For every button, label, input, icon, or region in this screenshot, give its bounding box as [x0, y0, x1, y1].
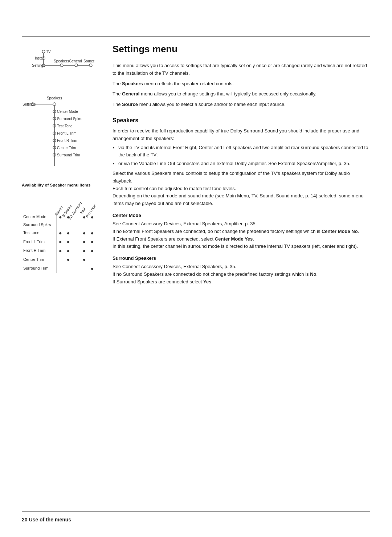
svg-text:Source: Source [83, 59, 94, 63]
dot-cell [56, 221, 64, 229]
dot-cell: ● [64, 229, 72, 237]
speakers-p3: Each trim control can be adjusted to mat… [113, 185, 370, 193]
speakers-body2: Select the various Speakers menu control… [113, 170, 370, 208]
speakers-list: via the TV and its internal Front Right,… [118, 144, 370, 168]
dot-cell [88, 255, 96, 264]
dot-cell [72, 237, 80, 246]
svg-text:TV: TV [46, 50, 51, 54]
svg-text:Settings: Settings [32, 63, 45, 67]
dot-cell: ● [64, 246, 72, 255]
svg-point-9 [60, 64, 63, 67]
left-column: TV Install Settings Speak [22, 44, 105, 273]
dot-cell [72, 255, 80, 264]
list-item: via the TV and its internal Front Right,… [118, 144, 370, 159]
center-mode-title: Center Mode [113, 213, 370, 218]
surround-speakers-title: Surround Speakers [113, 255, 370, 261]
svg-text:Speakers: Speakers [54, 59, 69, 63]
surround-p3: If Surround Speakers are connected selec… [113, 278, 370, 286]
table-row: Center Trim ● ● [22, 255, 96, 264]
dot-cell [80, 221, 88, 229]
page-container: TV Install Settings Speak [0, 0, 392, 537]
top-rule [22, 36, 370, 37]
dot-cell [80, 264, 88, 273]
intro-p1: This menu allows you to access to settin… [113, 62, 370, 77]
dot-cell [64, 264, 72, 273]
dot-cell [72, 246, 80, 255]
center-mode-p3: If External Front Speakers are connected… [113, 235, 370, 243]
svg-text:Center Trim: Center Trim [57, 146, 76, 150]
list-item: or via the Variable Line Out connectors … [118, 160, 370, 168]
column-headers: Stereo 3 Stereo 3D Surround Hall Pro Log… [57, 190, 105, 212]
nav-diagram-bottom: Speakers Settings Center Mode Surround S… [22, 95, 105, 176]
svg-text:Front R Trim: Front R Trim [57, 139, 77, 143]
dot-cell [64, 221, 72, 229]
intro-section: This menu allows you to access to settin… [113, 62, 370, 108]
dot-cell [72, 221, 80, 229]
intro-p4: The Source menu allows you to select a s… [113, 101, 370, 108]
nav-speakers-svg: Speakers Settings Center Mode Surround S… [22, 95, 94, 175]
surround-p1: See Connect Accessory Devices, External … [113, 263, 370, 271]
table-row: Test tone ● ● ● ● [22, 229, 96, 237]
dot-cell: ● [88, 237, 96, 246]
center-mode-p1: See Connect Accessory Devices, External … [113, 220, 370, 228]
dot-cell: ● [56, 229, 64, 237]
row-label: Center Mode [22, 213, 56, 221]
svg-text:Front L Trim: Front L Trim [57, 131, 77, 135]
table-row: Front R Trim ● ● ● ● [22, 246, 96, 255]
col-header-stereo: Stereo [57, 190, 65, 212]
col-header-hall: Hall [81, 190, 89, 212]
row-label: Surround Trim [22, 264, 56, 273]
center-mode-p4: In this setting, the center channel in s… [113, 243, 370, 250]
speakers-p2: Select the various Speakers menu control… [113, 170, 370, 185]
dot-cell: ● [80, 229, 88, 237]
svg-text:Surround Trim: Surround Trim [57, 153, 80, 157]
intro-p2: The Speakers menu reflects the speaker-r… [113, 80, 370, 88]
intro-p3: The General menu allows you to change se… [113, 90, 370, 98]
dot-cell [56, 255, 64, 264]
dot-cell: ● [80, 237, 88, 246]
availability-section: Availability of Speaker menu items Stere… [22, 183, 105, 273]
svg-point-11 [89, 64, 92, 67]
svg-text:Settings: Settings [23, 102, 36, 106]
svg-text:General: General [69, 59, 82, 63]
availability-title: Availability of Speaker menu items [22, 183, 105, 187]
dot-cell: ● [80, 246, 88, 255]
surround-speakers-body: See Connect Accessory Devices, External … [113, 263, 370, 286]
col-header-prologic: Pro Logic [89, 190, 97, 212]
dot-cell [56, 264, 64, 273]
svg-point-19 [53, 103, 56, 106]
right-column: Settings menu This menu allows you to ac… [113, 44, 370, 288]
dot-cell: ● [88, 246, 96, 255]
surround-p2: If no Surround Speakers are connected do… [113, 271, 370, 278]
svg-text:Install: Install [35, 56, 44, 60]
row-label: Center Trim [22, 255, 56, 264]
nav-diagram-top: TV Install Settings Speak [22, 47, 105, 84]
col-header-3dsurround: 3D Surround [73, 190, 81, 212]
table-row: Front L Trim ● ● ● ● [22, 237, 96, 246]
svg-text:Speakers: Speakers [47, 96, 62, 100]
svg-text:Center Mode: Center Mode [57, 110, 78, 114]
page-footer: 20 Use of the menus [22, 517, 71, 522]
dot-cell: ● [80, 255, 88, 264]
dot-cell [72, 229, 80, 237]
speakers-title: Speakers [113, 117, 370, 124]
row-label: Front R Trim [22, 246, 56, 255]
svg-point-10 [75, 64, 78, 67]
dot-cell: ● [88, 264, 96, 273]
page-title: Settings menu [113, 44, 370, 55]
dot-cell: ● [88, 229, 96, 237]
dot-cell: ● [64, 255, 72, 264]
speakers-p1: In order to receive the full reproductio… [113, 127, 370, 143]
dot-cell: ● [64, 237, 72, 246]
dot-cell: ● [56, 246, 64, 255]
svg-text:Test Tone: Test Tone [57, 124, 73, 128]
center-mode-body: See Connect Accessory Devices, External … [113, 220, 370, 250]
row-label: Surround Spkrs [22, 221, 56, 229]
nav-top-svg: TV Install Settings Speak [22, 47, 94, 83]
col-header-3stereo: 3 Stereo [65, 190, 73, 212]
dot-cell [72, 264, 80, 273]
availability-table: Center Mode ● ● ● ● Surround Spkrs [22, 213, 96, 273]
dot-cell: ● [56, 237, 64, 246]
speakers-p4: Depending on the output mode and sound m… [113, 192, 370, 208]
row-label: Front L Trim [22, 237, 56, 246]
